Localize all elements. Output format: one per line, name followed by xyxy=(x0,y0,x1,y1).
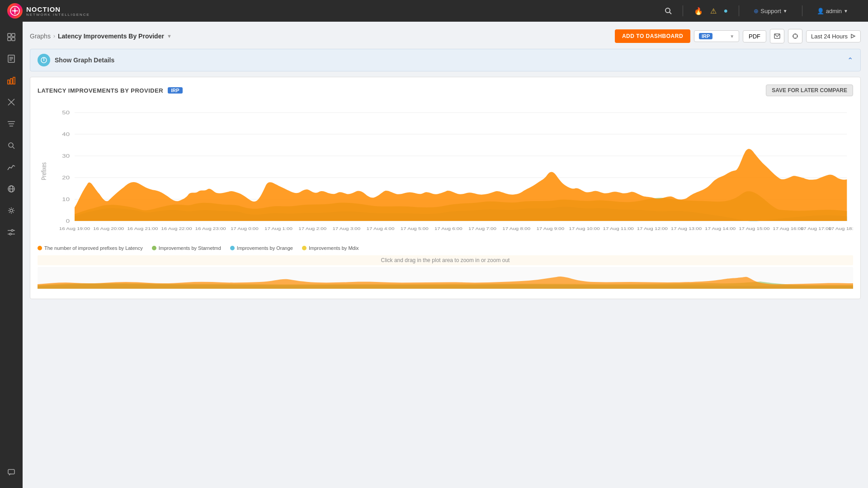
logo: NOCTION NETWORK INTELLIGENCE xyxy=(7,3,90,19)
breadcrumb: Graphs › Latency Improvements By Provide… xyxy=(30,33,172,40)
sidebar-item-analytics[interactable] xyxy=(1,157,21,177)
mini-chart-svg xyxy=(38,267,853,290)
sidebar-item-globe[interactable] xyxy=(1,179,21,199)
warn-alert-icon[interactable]: ⚠ xyxy=(710,7,717,15)
svg-point-28 xyxy=(11,230,13,231)
svg-text:17 Aug 14:00: 17 Aug 14:00 xyxy=(705,226,736,230)
svg-text:17 Aug 3:00: 17 Aug 3:00 xyxy=(332,226,360,230)
sidebar-item-reports[interactable] xyxy=(1,49,21,69)
chart-irp-badge: IRP xyxy=(168,87,182,94)
breadcrumb-dropdown-icon[interactable]: ▼ xyxy=(167,33,172,39)
svg-text:16 Aug 20:00: 16 Aug 20:00 xyxy=(93,226,124,230)
fire-alert-icon[interactable]: 🔥 xyxy=(694,7,703,15)
legend-label-latency: The number of improved prefixes by Laten… xyxy=(44,245,143,251)
irp-badge: IRP xyxy=(699,33,712,39)
save-for-later-compare-button[interactable]: SAVE FOR LATER COMPARE xyxy=(766,84,853,96)
chart-title: LATENCY IMPROVEMENTS BY PROVIDER xyxy=(38,87,163,94)
svg-text:17 Aug 9:00: 17 Aug 9:00 xyxy=(536,226,564,230)
svg-text:10: 10 xyxy=(62,197,70,202)
email-button[interactable] xyxy=(770,29,784,43)
legend-label-starnetmd: Improvements by Starnetmd xyxy=(159,245,221,251)
chart-container: LATENCY IMPROVEMENTS BY PROVIDER IRP SAV… xyxy=(30,77,861,299)
svg-text:30: 30 xyxy=(62,153,70,159)
svg-rect-13 xyxy=(10,79,12,84)
chart-title-group: LATENCY IMPROVEMENTS BY PROVIDER IRP xyxy=(38,87,183,94)
legend-item-mdix: Improvements by Mdix xyxy=(302,245,359,251)
svg-point-40 xyxy=(44,58,44,59)
last-hours-button[interactable]: Last 24 Hours xyxy=(806,30,861,42)
svg-rect-6 xyxy=(8,38,11,41)
svg-text:17 Aug 6:00: 17 Aug 6:00 xyxy=(434,226,462,230)
svg-text:17 Aug 5:00: 17 Aug 5:00 xyxy=(401,226,429,230)
svg-text:17 Aug 11:00: 17 Aug 11:00 xyxy=(603,226,634,230)
svg-text:17 Aug 17:00: 17 Aug 17:00 xyxy=(801,226,832,230)
add-to-dashboard-button[interactable]: ADD TO DASHBOARD xyxy=(615,29,690,43)
svg-text:17 Aug 7:00: 17 Aug 7:00 xyxy=(468,226,496,230)
chart-legend: The number of improved prefixes by Laten… xyxy=(38,245,853,251)
crosshair-button[interactable] xyxy=(788,29,802,43)
svg-point-25 xyxy=(10,209,13,212)
legend-label-mdix: Improvements by Mdix xyxy=(309,245,359,251)
breadcrumb-current: Latency Improvements By Provider xyxy=(58,33,164,40)
svg-rect-5 xyxy=(12,33,15,37)
page-actions: ADD TO DASHBOARD IRP ▼ PDF xyxy=(615,29,861,43)
irp-dropdown-arrow: ▼ xyxy=(730,34,734,39)
breadcrumb-separator: › xyxy=(53,33,55,39)
chart-header: LATENCY IMPROVEMENTS BY PROVIDER IRP SAV… xyxy=(38,84,853,96)
svg-point-1 xyxy=(14,9,16,12)
admin-button[interactable]: 👤 admin ▼ xyxy=(813,6,852,16)
graph-details-header[interactable]: Show Graph Details ⌃ xyxy=(30,49,860,71)
app-subtitle: NETWORK INTELLIGENCE xyxy=(26,13,90,17)
svg-text:17 Aug 2:00: 17 Aug 2:00 xyxy=(298,226,326,230)
info-alert-icon[interactable]: ● xyxy=(724,7,728,15)
nav-divider-1 xyxy=(683,5,683,16)
svg-text:16 Aug 23:00: 16 Aug 23:00 xyxy=(195,226,226,230)
breadcrumb-root[interactable]: Graphs xyxy=(30,33,51,40)
logo-icon xyxy=(7,3,23,19)
svg-point-29 xyxy=(9,233,11,235)
topnav-icons: 🔥 ⚠ ● ⊕ Support ▼ 👤 admin ▼ xyxy=(665,5,852,16)
svg-rect-14 xyxy=(13,77,15,84)
sidebar-item-search[interactable] xyxy=(1,136,21,155)
svg-text:17 Aug 8:00: 17 Aug 8:00 xyxy=(502,226,530,230)
svg-text:17 Aug 13:00: 17 Aug 13:00 xyxy=(671,226,702,230)
legend-dot-starnetmd xyxy=(152,246,156,250)
sidebar-item-dashboard[interactable] xyxy=(1,27,21,47)
svg-rect-7 xyxy=(12,38,15,41)
sidebar-item-settings[interactable] xyxy=(1,201,21,221)
svg-text:40: 40 xyxy=(62,131,70,137)
nav-divider-2 xyxy=(739,5,739,16)
graph-details-chevron-icon: ⌃ xyxy=(847,56,853,65)
svg-text:Prefixes: Prefixes xyxy=(40,162,47,180)
svg-text:17 Aug 12:00: 17 Aug 12:00 xyxy=(637,226,668,230)
legend-item-orange: Improvements by Orange xyxy=(230,245,293,251)
mini-chart-wrapper[interactable] xyxy=(38,267,853,291)
svg-text:17 Aug 0:00: 17 Aug 0:00 xyxy=(231,226,259,230)
sidebar-item-bgp[interactable] xyxy=(1,92,21,112)
support-button[interactable]: ⊕ Support ▼ xyxy=(750,6,791,16)
legend-item-latency: The number of improved prefixes by Laten… xyxy=(38,245,143,251)
svg-marker-37 xyxy=(851,34,855,38)
sidebar-item-graphs[interactable] xyxy=(1,70,21,90)
irp-dropdown[interactable]: IRP ▼ xyxy=(694,30,739,42)
graph-details-panel: Show Graph Details ⌃ xyxy=(30,49,861,71)
chart-area[interactable]: 50 40 30 20 10 0 Prefixes 16 Aug 19:00 1… xyxy=(38,103,853,241)
search-icon[interactable] xyxy=(665,7,672,14)
svg-text:17 Aug 4:00: 17 Aug 4:00 xyxy=(367,226,395,230)
legend-label-orange: Improvements by Orange xyxy=(237,245,293,251)
main-content: Graphs › Latency Improvements By Provide… xyxy=(23,22,868,306)
svg-line-3 xyxy=(670,12,671,14)
svg-text:0: 0 xyxy=(66,218,70,224)
legend-dot-mdix xyxy=(302,246,307,250)
svg-text:16 Aug 21:00: 16 Aug 21:00 xyxy=(127,226,158,230)
page-header: Graphs › Latency Improvements By Provide… xyxy=(30,29,861,43)
svg-text:17 Aug 16:00: 17 Aug 16:00 xyxy=(773,226,804,230)
svg-text:17 Aug 15:00: 17 Aug 15:00 xyxy=(739,226,770,230)
sidebar-item-sliders[interactable] xyxy=(1,222,21,242)
graph-details-title: Show Graph Details xyxy=(55,56,114,64)
sidebar-item-filters[interactable] xyxy=(1,114,21,134)
svg-line-21 xyxy=(13,147,14,149)
pdf-button[interactable]: PDF xyxy=(743,30,766,42)
legend-dot-orange xyxy=(230,246,235,250)
svg-rect-12 xyxy=(8,80,9,84)
